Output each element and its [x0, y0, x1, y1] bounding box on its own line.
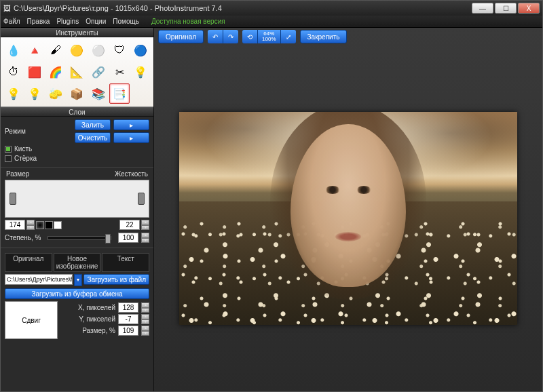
- zoom-indicator[interactable]: 64%100%: [258, 30, 280, 43]
- load-file-button[interactable]: Загрузить из файл: [83, 274, 149, 285]
- size-value[interactable]: 174: [5, 220, 25, 230]
- undo-button[interactable]: ↶: [208, 30, 223, 43]
- close-button[interactable]: X: [518, 3, 540, 14]
- shift-button[interactable]: Сдвиг: [5, 301, 58, 339]
- tab-newimage[interactable]: Новое изображение: [54, 253, 101, 272]
- mode-label: Режим: [5, 128, 26, 135]
- tool-10[interactable]: 📐: [67, 62, 87, 82]
- menu-options[interactable]: Опции: [86, 18, 106, 25]
- tool-6[interactable]: 🔵: [131, 40, 151, 60]
- hardness-slider-knob[interactable]: [138, 193, 145, 205]
- apply-button[interactable]: Закрепить: [300, 30, 348, 43]
- brush-slider-area[interactable]: [5, 180, 149, 218]
- tool-15[interactable]: 💡: [24, 83, 44, 104]
- layers-panel-title: Слои: [1, 107, 153, 117]
- maximize-button[interactable]: ☐: [495, 3, 517, 14]
- fill-button[interactable]: Залить: [75, 119, 111, 130]
- tool-4[interactable]: ⚪: [88, 40, 108, 60]
- x-label: X, пикселей: [78, 304, 115, 311]
- fill-extra-button[interactable]: ▸: [113, 119, 149, 130]
- clear-extra-button[interactable]: ▸: [113, 132, 149, 143]
- tab-text[interactable]: Текст: [102, 253, 149, 272]
- menubar: Файл Правка Plugins Опции Помощь Доступн…: [1, 16, 542, 28]
- hardness-value[interactable]: 22: [119, 220, 140, 230]
- tool-11[interactable]: 🔗: [88, 62, 108, 82]
- canvas[interactable]: [154, 45, 542, 391]
- redo-button[interactable]: ↷: [223, 30, 238, 43]
- imgsize-label: Размер, %: [82, 327, 115, 334]
- y-value[interactable]: -7: [118, 314, 138, 324]
- main-toolbar: Оригинал ↶ ↷ ⟲ 64%100% ⤢ Закрепить: [154, 28, 542, 45]
- tool-8[interactable]: 🟥: [24, 62, 44, 82]
- size-label: Размер: [6, 170, 29, 178]
- image-path[interactable]: C:\Users\Друг\Pictures\foto na: [5, 274, 73, 285]
- tool-7[interactable]: ⏱: [3, 62, 23, 82]
- tool-14[interactable]: 💡: [3, 83, 23, 104]
- tool-2[interactable]: 🖌: [46, 40, 66, 60]
- y-label: Y, пикселей: [79, 315, 115, 323]
- x-value[interactable]: 128: [118, 302, 138, 313]
- clear-button[interactable]: Очистить: [75, 132, 111, 143]
- x-stepper[interactable]: ▴▾: [141, 302, 149, 313]
- hardness-label: Жесткость: [115, 170, 148, 178]
- imgsize-value[interactable]: 109: [118, 326, 138, 336]
- tab-original[interactable]: Оригинал: [5, 253, 52, 272]
- tool-16[interactable]: 🧽: [46, 83, 66, 104]
- hardness-stepper[interactable]: ▴▾: [141, 220, 149, 230]
- brush-label: Кисть: [14, 145, 32, 153]
- opacity-stepper[interactable]: ▴▾: [141, 233, 149, 243]
- sidebar: Инструменты 💧🔺🖌🟡⚪🛡🔵⏱🟥🌈📐🔗✂💡💡💡🧽📦📚📑 Слои Ре…: [1, 28, 154, 391]
- tool-17[interactable]: 📦: [67, 83, 87, 104]
- menu-file[interactable]: Файл: [3, 18, 20, 25]
- brush-checkbox[interactable]: [5, 146, 12, 153]
- swatch-soft[interactable]: [36, 221, 44, 229]
- reset-button[interactable]: ⟲: [242, 30, 257, 43]
- path-dropdown[interactable]: ▾: [74, 274, 82, 286]
- window-title: C:\Users\Друг\Pictures\т.png - 1015x640 …: [14, 4, 222, 12]
- opacity-slider[interactable]: [48, 236, 111, 240]
- swatch-hard[interactable]: [45, 221, 53, 229]
- tool-3[interactable]: 🟡: [67, 40, 87, 60]
- original-button[interactable]: Оригинал: [158, 30, 204, 43]
- opacity-label: Степень, %: [5, 234, 41, 241]
- fit-button[interactable]: ⤢: [281, 30, 296, 43]
- tool-9[interactable]: 🌈: [46, 62, 66, 82]
- tools-panel-title: Инструменты: [1, 28, 153, 37]
- imgsize-stepper[interactable]: ▴▾: [141, 326, 149, 336]
- size-slider-knob[interactable]: [10, 193, 16, 205]
- tool-5[interactable]: 🛡: [109, 40, 129, 60]
- tool-0[interactable]: 💧: [3, 40, 23, 60]
- menu-help[interactable]: Помощь: [113, 18, 139, 25]
- tool-19[interactable]: 📑: [109, 83, 129, 104]
- eraser-checkbox[interactable]: [5, 155, 12, 162]
- menu-plugins[interactable]: Plugins: [56, 18, 79, 25]
- minimize-button[interactable]: —: [472, 3, 493, 14]
- menu-edit[interactable]: Правка: [27, 18, 50, 25]
- canvas-area: Оригинал ↶ ↷ ⟲ 64%100% ⤢ Закрепить: [154, 28, 542, 391]
- tools-grid: 💧🔺🖌🟡⚪🛡🔵⏱🟥🌈📐🔗✂💡💡💡🧽📦📚📑: [1, 37, 153, 107]
- eraser-label: Стёрка: [14, 155, 37, 162]
- tool-12[interactable]: ✂: [109, 62, 129, 82]
- swatch-white[interactable]: [54, 221, 62, 229]
- tool-18[interactable]: 📚: [88, 83, 108, 104]
- update-link[interactable]: Доступна новая версия: [151, 18, 225, 25]
- app-icon: 🖼: [3, 4, 11, 12]
- load-clipboard-button[interactable]: Загрузить из буфера обмена: [5, 288, 149, 299]
- titlebar: 🖼 C:\Users\Друг\Pictures\т.png - 1015x64…: [1, 1, 542, 16]
- tool-1[interactable]: 🔺: [24, 40, 44, 60]
- y-stepper[interactable]: ▴▾: [141, 314, 149, 324]
- tool-13[interactable]: 💡: [131, 62, 151, 82]
- size-stepper[interactable]: ▴▾: [26, 220, 35, 230]
- photo-preview: [179, 112, 517, 325]
- opacity-value[interactable]: 100: [118, 233, 138, 243]
